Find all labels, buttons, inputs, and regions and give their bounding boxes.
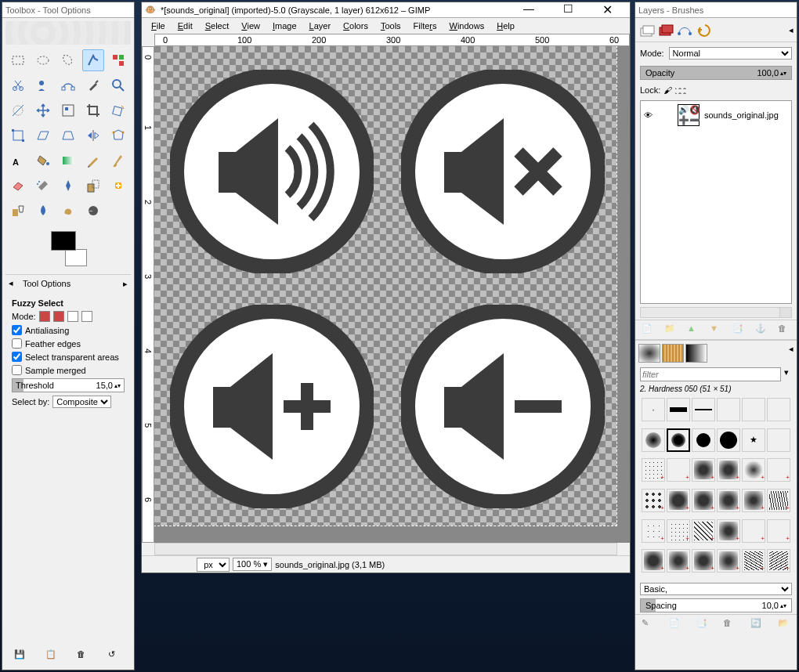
brush-acrylic4[interactable]: + xyxy=(717,458,740,482)
maximize-button[interactable]: ☐ xyxy=(556,2,580,17)
refresh-brush-icon[interactable]: 🔄 xyxy=(750,618,763,630)
mode-intersect-icon[interactable] xyxy=(81,311,92,322)
ink-tool[interactable] xyxy=(57,175,79,197)
measure-tool[interactable] xyxy=(7,99,29,121)
layers-tab-icon[interactable] xyxy=(638,21,656,38)
paths-tool[interactable] xyxy=(57,74,79,96)
spinner-icon[interactable]: ▴▾ xyxy=(780,602,786,609)
mode-subtract-icon[interactable] xyxy=(67,311,78,322)
brush-acrylic1[interactable]: + xyxy=(642,458,665,482)
layer-item[interactable]: 👁 🔊🔇➕➖ sounds_original.jpg xyxy=(641,101,791,129)
brush-splat4[interactable]: + xyxy=(717,549,740,573)
menu-colors[interactable]: Colors xyxy=(338,20,373,32)
spinner-icon[interactable]: ▴▾ xyxy=(780,70,786,77)
brush-filter-input[interactable] xyxy=(640,367,781,381)
brush-sponge1[interactable]: + xyxy=(717,519,740,543)
save-icon[interactable]: 💾 xyxy=(14,649,28,663)
flip-tool[interactable] xyxy=(82,125,104,146)
clone-tool[interactable] xyxy=(82,175,104,197)
menu-layer[interactable]: Layer xyxy=(305,20,336,32)
rotate-tool[interactable] xyxy=(107,99,129,121)
brush-cell[interactable]: + xyxy=(642,489,665,512)
brush-acrylic2[interactable]: + xyxy=(667,458,690,482)
brush-circle[interactable] xyxy=(717,428,740,452)
pencil-tool[interactable] xyxy=(82,150,104,172)
brush-blank3[interactable] xyxy=(767,398,790,421)
fg-color-swatch[interactable] xyxy=(51,231,76,251)
new-brush-icon[interactable]: 📄 xyxy=(669,618,682,630)
ruler-vertical[interactable]: 0100200300400500600 xyxy=(142,46,154,543)
text-tool[interactable]: A xyxy=(7,150,29,172)
perspective-clone-tool[interactable] xyxy=(7,200,29,222)
edit-brush-icon[interactable]: ✎ xyxy=(642,618,654,630)
anchor-layer-icon[interactable]: ⚓ xyxy=(755,323,768,336)
brush-soft[interactable] xyxy=(642,428,665,452)
menu-help[interactable]: Help xyxy=(492,20,519,32)
fuzzy-select-tool[interactable] xyxy=(82,49,104,71)
brush-chalk2[interactable]: + xyxy=(692,489,715,512)
brush-preset-dropdown[interactable]: Basic, xyxy=(640,583,792,595)
brush-acrylic3[interactable]: + xyxy=(692,458,715,482)
lock-pixels-icon[interactable]: 🖌 xyxy=(663,85,672,95)
tool-options-header[interactable]: ◂ Tool Options ▸ xyxy=(5,274,131,292)
threshold-slider[interactable]: Threshold 15,0 ▴▾ xyxy=(12,378,125,392)
move-tool[interactable] xyxy=(32,99,54,121)
horizontal-scrollbar[interactable] xyxy=(154,543,617,555)
smudge-tool[interactable] xyxy=(57,200,79,222)
menu-edit[interactable]: Edit xyxy=(173,20,197,32)
brush-grass[interactable]: + xyxy=(767,489,790,512)
crop-tool[interactable] xyxy=(82,99,104,121)
antialiasing-checkbox[interactable] xyxy=(12,325,22,335)
rect-select-tool[interactable] xyxy=(7,49,29,71)
bg-color-swatch[interactable] xyxy=(65,249,87,266)
brush-splat2[interactable]: + xyxy=(667,549,690,573)
spinner-icon[interactable]: ▴▾ xyxy=(114,382,121,389)
menu-select[interactable]: Select xyxy=(201,20,234,32)
paths-tab-icon[interactable] xyxy=(676,21,693,38)
brush-confetti1[interactable]: + xyxy=(642,519,665,543)
brush-sparks[interactable]: + xyxy=(767,458,790,482)
heal-tool[interactable] xyxy=(107,175,129,197)
zoom-tool[interactable] xyxy=(107,74,129,96)
layers-hscroll[interactable] xyxy=(640,307,792,318)
lower-layer-icon[interactable]: ▼ xyxy=(710,323,722,336)
eraser-tool[interactable] xyxy=(7,175,29,197)
scissors-tool[interactable] xyxy=(7,74,29,96)
delete-layer-icon[interactable]: 🗑 xyxy=(778,323,790,336)
scale-tool[interactable] xyxy=(7,125,29,146)
align-tool[interactable] xyxy=(57,99,79,121)
color-picker-tool[interactable] xyxy=(82,74,104,96)
opacity-slider[interactable]: Opacity 100,0 ▴▾ xyxy=(640,66,792,80)
brush-blank1[interactable] xyxy=(717,398,740,421)
menu-file[interactable]: File xyxy=(146,20,170,32)
brush-scratch[interactable]: + xyxy=(692,519,715,543)
raise-layer-icon[interactable]: ▲ xyxy=(687,323,700,336)
brush-pixel[interactable]: · xyxy=(642,398,665,421)
menu-image[interactable]: Image xyxy=(268,20,302,32)
mode-add-icon[interactable] xyxy=(53,311,64,322)
brush-pencil2[interactable]: + xyxy=(767,549,790,573)
toolbox-titlebar[interactable]: Toolbox - Tool Options xyxy=(2,2,134,18)
transparent-checkbox[interactable] xyxy=(12,352,22,362)
menu-tools[interactable]: Tools xyxy=(376,20,406,32)
brush-hard[interactable] xyxy=(692,428,715,452)
menu-view[interactable]: View xyxy=(237,20,265,32)
mode-replace-icon[interactable] xyxy=(39,311,50,322)
perspective-tool[interactable] xyxy=(57,125,79,146)
blend-tool[interactable] xyxy=(57,150,79,172)
ellipse-select-tool[interactable] xyxy=(32,49,54,71)
by-color-select-tool[interactable] xyxy=(107,49,129,71)
brush-tab-menu-icon[interactable]: ◂ xyxy=(789,344,794,363)
paintbrush-tool[interactable] xyxy=(107,150,129,172)
brush-sponge2[interactable]: + xyxy=(742,519,765,543)
brush-pencil1[interactable]: + xyxy=(742,549,765,573)
layer-group-icon[interactable]: 📁 xyxy=(664,323,677,336)
brush-acrylic5[interactable]: + xyxy=(742,458,765,482)
menu-filters[interactable]: Filters xyxy=(409,20,442,32)
restore-icon[interactable]: 📋 xyxy=(45,649,60,663)
gradients-tab[interactable] xyxy=(685,344,707,363)
cage-tool[interactable] xyxy=(107,125,129,146)
undo-tab-icon[interactable] xyxy=(695,21,712,38)
new-layer-icon[interactable]: 📄 xyxy=(642,323,654,336)
blend-mode-dropdown[interactable]: Normal xyxy=(669,47,792,60)
